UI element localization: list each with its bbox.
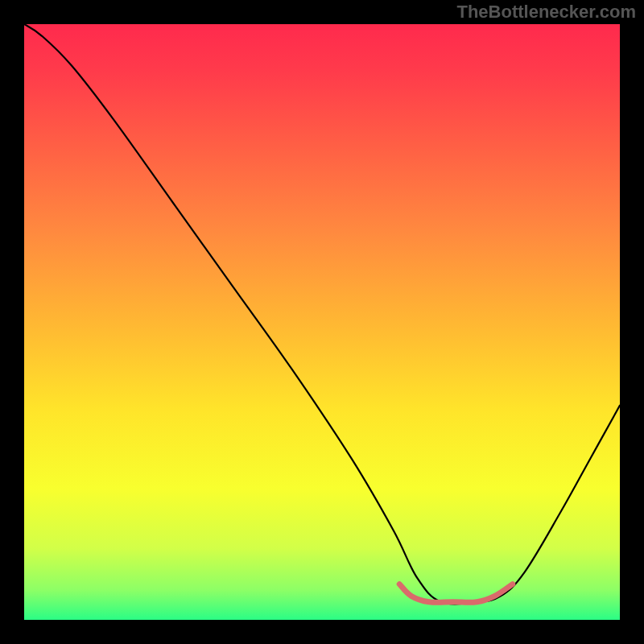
plot-area — [24, 24, 620, 620]
chart-root: TheBottlenecker.com — [0, 0, 644, 644]
gradient-background — [24, 24, 620, 620]
attribution-text: TheBottlenecker.com — [456, 2, 636, 23]
chart-svg — [24, 24, 620, 620]
